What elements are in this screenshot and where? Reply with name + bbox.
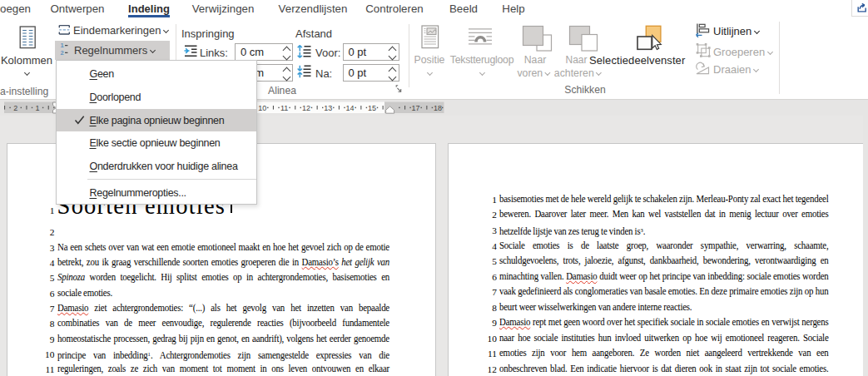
- svg-text:1: 1: [36, 104, 40, 112]
- svg-text:14: 14: [346, 104, 355, 112]
- svg-text:1: 1: [61, 42, 65, 49]
- svg-text:15: 15: [368, 104, 376, 112]
- svg-text:17: 17: [412, 104, 420, 112]
- svg-text:12: 12: [302, 104, 310, 112]
- svg-text:2: 2: [13, 104, 17, 112]
- svg-text:13: 13: [324, 104, 332, 112]
- svg-text:18: 18: [434, 104, 442, 112]
- svg-text:11: 11: [280, 104, 288, 112]
- svg-text:2: 2: [61, 49, 64, 57]
- svg-text:10: 10: [258, 104, 266, 112]
